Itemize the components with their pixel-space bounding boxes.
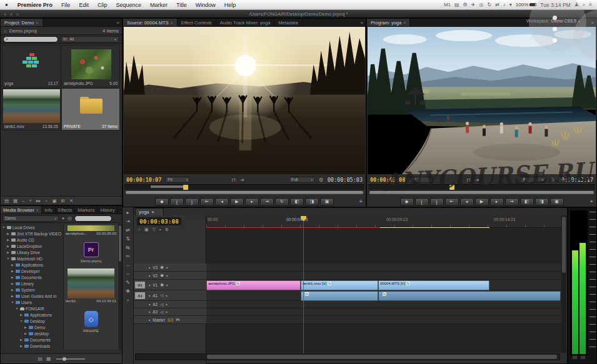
- disclosure-triangle-icon[interactable]: ▼: [19, 319, 23, 323]
- tool-button[interactable]: ⇅: [126, 236, 130, 242]
- project-item-lamb1[interactable]: lamb1.mov13.58.05: [2, 88, 61, 130]
- view-toggle-button[interactable]: ▦: [46, 356, 51, 362]
- tree-item[interactable]: ▶ Library Drive: [2, 249, 62, 255]
- user-menu-icon[interactable]: ♟: [574, 2, 579, 7]
- transport-button[interactable]: ◧: [290, 198, 304, 206]
- file-name[interactable]: Demo.prproj: [81, 259, 101, 263]
- tool-button[interactable]: ✎: [126, 280, 130, 285]
- tree-item[interactable]: ▶ 2nd XTR Backup VIDEO: [2, 230, 62, 237]
- disclosure-triangle-icon[interactable]: ▼: [11, 300, 14, 304]
- status-icon[interactable]: ♪: [503, 2, 506, 7]
- transport-button[interactable]: ◂: [460, 198, 474, 206]
- toolbar-button[interactable]: ⌕: [45, 198, 48, 204]
- output-icon[interactable]: ⇥: [474, 177, 479, 183]
- panel-tab[interactable]: Effect Controls: [178, 19, 216, 26]
- tab-sequence-yoga[interactable]: yoga×: [135, 208, 164, 215]
- tree-item[interactable]: ▶ User Guides And In: [2, 293, 62, 299]
- toggle-track-output-icon[interactable]: ◉: [160, 282, 164, 287]
- lock-icon[interactable]: •: [149, 302, 150, 307]
- disclosure-triangle-icon[interactable]: ▶: [24, 325, 28, 329]
- set-display-style-icon[interactable]: ▪: [166, 310, 167, 314]
- status-icon[interactable]: ⇄: [495, 2, 499, 7]
- tree-item[interactable]: ▶ Documents: [2, 274, 62, 280]
- timeline-header-button[interactable]: •: [159, 227, 161, 232]
- transport-button[interactable]: ▸: [490, 198, 504, 206]
- close-icon[interactable]: ×: [151, 209, 154, 215]
- tool-button[interactable]: ✥: [126, 288, 130, 294]
- disclosure-triangle-icon[interactable]: ▶: [24, 332, 28, 335]
- source-playhead-marker[interactable]: [183, 185, 188, 190]
- audio-meters-panel[interactable]: [568, 207, 597, 364]
- speaker-icon[interactable]: ◁: [160, 302, 163, 307]
- panel-menu-icon[interactable]: ≡: [589, 19, 596, 26]
- media-browser-scrollbar[interactable]: [118, 224, 122, 350]
- set-display-style-icon[interactable]: ▪: [166, 283, 168, 287]
- button-editor-plus[interactable]: +: [589, 198, 593, 205]
- status-icon[interactable]: ◎: [479, 2, 483, 7]
- lamb1-thumbnail[interactable]: [68, 268, 114, 298]
- lock-icon[interactable]: •: [149, 318, 150, 322]
- project-item-aerialphoto[interactable]: aerialphoto.JPG5.00: [61, 45, 120, 87]
- disclosure-triangle-icon[interactable]: ▶: [6, 250, 10, 254]
- timeline-playhead-line[interactable]: [303, 215, 304, 353]
- spotlight-search-icon[interactable]: ⌕: [583, 2, 585, 8]
- transport-button[interactable]: ▶: [230, 198, 244, 206]
- tree-item[interactable]: ▶ LacieDropbox: [2, 243, 62, 249]
- search-scope-dropdown[interactable]: In:All ▼: [61, 36, 119, 42]
- transport-button[interactable]: {: [170, 198, 184, 206]
- track-header-v2[interactable]: •V2◉▪: [134, 272, 206, 280]
- media-source-dropdown[interactable]: Demo ▾: [3, 215, 59, 222]
- tool-button[interactable]: ⇆: [126, 245, 130, 250]
- aerialphoto-thumbnail[interactable]: [68, 225, 114, 231]
- toggle-track-output-icon[interactable]: ◉: [160, 265, 164, 270]
- tree-item[interactable]: ▶ Demo: [2, 324, 62, 330]
- toolbar-button[interactable]: ▦: [13, 198, 18, 204]
- transport-button[interactable]: ⇤: [445, 198, 459, 206]
- menubar-clock[interactable]: Tue 3:14 PM: [540, 2, 570, 8]
- speaker-icon[interactable]: ◁: [160, 310, 163, 315]
- transport-button[interactable]: ◨: [535, 198, 549, 206]
- project-file-name[interactable]: Demo.prproj: [9, 28, 37, 34]
- toggle-track-output-icon[interactable]: ◉: [160, 273, 164, 278]
- program-video-viewer[interactable]: [368, 27, 596, 174]
- tree-item[interactable]: ▼ Users: [2, 299, 62, 305]
- tree-item[interactable]: ▶ System: [2, 287, 62, 293]
- panel-tab[interactable]: History: [98, 206, 118, 214]
- transport-button[interactable]: }: [430, 198, 444, 206]
- disclosure-triangle-icon[interactable]: ▶: [11, 275, 14, 279]
- tree-item[interactable]: ▶ Library: [2, 280, 62, 287]
- tree-item[interactable]: ▼ Desktop: [2, 318, 62, 324]
- transport-button[interactable]: ◆: [155, 198, 169, 206]
- home-icon[interactable]: ⌂: [4, 28, 7, 34]
- file-name[interactable]: lamb1: [66, 299, 76, 303]
- clip-aerialphoto[interactable]: aerialphoto.JPGfx: [206, 280, 301, 290]
- toolbar-button[interactable]: –: [22, 198, 24, 204]
- transport-button[interactable]: ◂: [215, 198, 229, 206]
- clip-00004-audio[interactable]: fx: [378, 291, 561, 301]
- transport-button[interactable]: }: [185, 198, 199, 206]
- close-icon[interactable]: ×: [403, 21, 406, 25]
- set-display-style-icon[interactable]: ▪: [166, 273, 168, 278]
- file-name[interactable]: aerialphoto...: [66, 232, 88, 235]
- source-video-viewer[interactable]: [124, 27, 365, 174]
- project-search-box[interactable]: ⌕: [3, 36, 58, 42]
- timeline-header-button[interactable]: ▽: [153, 227, 156, 232]
- timeline-header-button[interactable]: ∩: [138, 227, 141, 232]
- clip-lamb1-video[interactable]: lamb1.mov [V]fx: [301, 280, 378, 290]
- program-resolution-dropdown[interactable]: Fit▾: [521, 177, 546, 183]
- project-item-yoga[interactable]: yoga13.17: [2, 45, 61, 87]
- window-controls[interactable]: [3, 12, 19, 16]
- track-header-v3[interactable]: •V3◉▪: [134, 263, 206, 272]
- panel-tab[interactable]: Effects: [56, 206, 76, 214]
- tool-button[interactable]: ⇥: [126, 219, 130, 224]
- track-header-a3[interactable]: •A3◁▪: [134, 308, 206, 316]
- lock-icon[interactable]: •: [149, 310, 150, 314]
- toolbar-button[interactable]: ▣: [52, 198, 56, 204]
- prproj-file-icon[interactable]: Pr: [84, 242, 99, 257]
- view-mode-icon[interactable]: ◎: [68, 215, 72, 221]
- disclosure-triangle-icon[interactable]: ▶: [11, 294, 14, 298]
- menu-item[interactable]: Help: [220, 2, 241, 8]
- safe-margins-icon[interactable]: ⊓: [466, 177, 471, 183]
- transport-button[interactable]: ▸: [245, 198, 259, 206]
- tree-item[interactable]: ▼ Local Drives: [2, 224, 62, 230]
